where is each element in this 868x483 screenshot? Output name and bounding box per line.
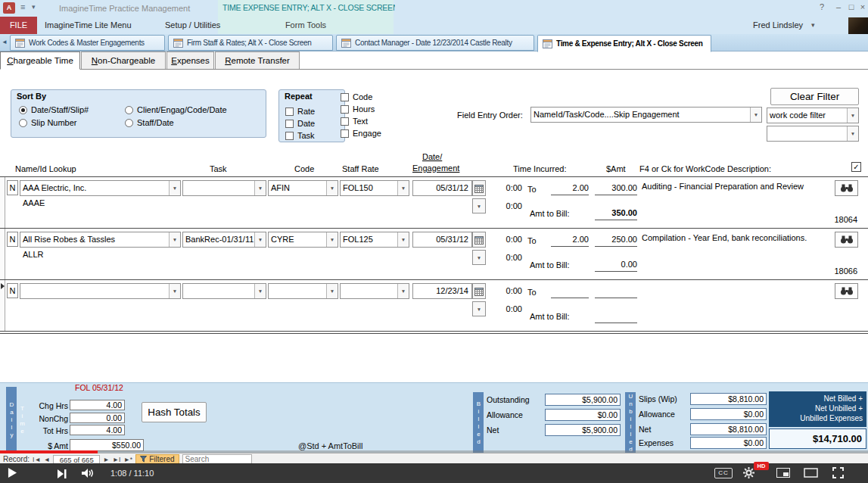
first-record-button[interactable]: I◄ xyxy=(33,456,41,463)
amount-field[interactable]: 250.00 xyxy=(595,232,637,247)
n-button[interactable]: N xyxy=(7,283,18,298)
time-second-field[interactable]: 0:00 xyxy=(488,253,522,262)
checkbox-task[interactable]: Task xyxy=(285,131,315,140)
tab-chargeable-time[interactable]: Chargeable Time xyxy=(0,51,80,70)
amt-to-bill-field[interactable]: 350.00 xyxy=(595,206,637,220)
checkbox-hours[interactable]: Hours xyxy=(341,104,375,114)
checkbox-code[interactable]: Code xyxy=(341,92,372,101)
engagement-combo-arrow[interactable]: ▼ xyxy=(472,301,486,316)
name-lookup-combo[interactable]: AAA Electric, Inc.▼ xyxy=(20,180,181,196)
help-button[interactable]: ? xyxy=(816,2,828,11)
file-tab[interactable]: FILE xyxy=(0,17,37,34)
name-lookup-combo[interactable]: ▼ xyxy=(20,283,181,299)
dropdown-arrow-icon[interactable]: ▼ xyxy=(847,108,858,123)
hours-field[interactable]: 2.00 xyxy=(551,181,589,195)
hours-field[interactable] xyxy=(551,284,589,298)
dropdown-arrow-icon[interactable]: ▼ xyxy=(397,232,409,247)
settings-gear-button[interactable] xyxy=(743,467,754,478)
user-caret-icon[interactable]: ▾ xyxy=(811,17,815,34)
fullscreen-button[interactable] xyxy=(832,467,844,478)
secondary-filter-combo[interactable]: ▼ xyxy=(767,126,859,142)
closed-captions-button[interactable]: CC xyxy=(714,468,733,478)
tab-remote-transfer[interactable]: Remote Transfer xyxy=(215,51,300,69)
field-entry-order-combo[interactable]: NameId/Task/Code....Skip Engagement ▼ xyxy=(530,107,762,123)
radio-date-staff-slip[interactable]: Date/Staff/Slip# xyxy=(19,105,89,114)
tab-time-expense-entry[interactable]: Time & Expense Entry; Alt X - Close Scre… xyxy=(537,35,711,52)
time-incurred-field[interactable]: 0:00 xyxy=(488,235,522,244)
radio-client-engag-code-date[interactable]: Client/Engag/Code/Date xyxy=(125,105,227,114)
name-lookup-combo[interactable]: All Rise Robes & Tassles▼ xyxy=(20,232,181,248)
checkbox-engage[interactable]: Engage xyxy=(341,129,381,138)
staff-rate-combo[interactable]: FOL150▼ xyxy=(340,180,409,196)
dropdown-arrow-icon[interactable]: ▼ xyxy=(326,284,338,298)
radio-staff-date[interactable]: Staff/Date xyxy=(125,118,174,127)
quick-access-menu-icon[interactable]: ≡ xyxy=(20,2,25,11)
tab-contact-manager[interactable]: Contact Manager - Date 12/23/2014 Castle… xyxy=(336,35,534,51)
amount-field[interactable]: 300.00 xyxy=(595,181,637,195)
tab-imaginetime-lite-menu[interactable]: ImagineTime Lite Menu xyxy=(45,17,132,34)
theater-mode-button[interactable] xyxy=(804,468,818,478)
code-combo[interactable]: CYRE▼ xyxy=(268,232,338,248)
task-combo[interactable]: ▼ xyxy=(182,283,266,299)
amt-to-bill-field[interactable]: 0.00 xyxy=(595,257,637,272)
dropdown-arrow-icon[interactable]: ▼ xyxy=(397,284,409,298)
dropdown-arrow-icon[interactable]: ▼ xyxy=(254,232,266,247)
tab-scroll-left-icon[interactable]: ◄ xyxy=(2,39,8,45)
engagement-combo-arrow[interactable]: ▼ xyxy=(472,198,486,213)
n-button[interactable]: N xyxy=(7,232,18,247)
time-incurred-field[interactable]: 0:00 xyxy=(488,286,522,295)
hours-field[interactable]: 2.00 xyxy=(551,232,589,247)
staff-rate-combo[interactable]: FOL125▼ xyxy=(340,232,409,248)
dropdown-arrow-icon[interactable]: ▼ xyxy=(397,181,409,195)
checkbox-text[interactable]: Text xyxy=(341,117,368,126)
new-record-button[interactable]: ►* xyxy=(123,456,132,463)
amt-to-bill-field[interactable] xyxy=(595,309,637,323)
next-video-button[interactable] xyxy=(58,469,67,478)
code-combo[interactable]: ▼ xyxy=(268,283,338,299)
clear-filter-button[interactable]: Clear Filter xyxy=(770,88,859,105)
next-record-button[interactable]: ► xyxy=(103,456,109,463)
tab-firm-staff-rates[interactable]: Firm Staff & Rates; Alt X - Close Screen xyxy=(168,35,333,51)
work-code-filter-combo[interactable]: work code filter ▼ xyxy=(767,108,859,123)
date-field[interactable]: 05/31/12 xyxy=(412,180,472,196)
dropdown-arrow-icon[interactable]: ▼ xyxy=(169,284,180,298)
dropdown-arrow-icon[interactable]: ▼ xyxy=(847,126,858,141)
record-selector[interactable] xyxy=(0,229,5,280)
workcode-description-text[interactable]: Compilation - Year End, bank reconciliat… xyxy=(642,233,819,243)
tab-expenses[interactable]: Expenses xyxy=(166,51,214,69)
tab-setup-utilities[interactable]: Setup / Utilities xyxy=(165,17,220,34)
dropdown-arrow-icon[interactable]: ▼ xyxy=(326,181,338,195)
video-progress-bar[interactable] xyxy=(0,450,98,453)
close-button[interactable]: × xyxy=(857,2,868,11)
calendar-button[interactable] xyxy=(472,180,486,196)
dropdown-arrow-icon[interactable]: ▼ xyxy=(254,284,266,298)
record-selector[interactable] xyxy=(0,177,5,229)
video-progress-track[interactable] xyxy=(0,450,868,453)
task-combo[interactable]: BankRec-01/31/11▼ xyxy=(182,232,266,248)
lookup-binoculars-button[interactable] xyxy=(835,283,858,299)
time-second-field[interactable]: 0:00 xyxy=(488,304,522,313)
lookup-binoculars-button[interactable] xyxy=(835,232,858,248)
workcode-description-checkbox[interactable]: ✓ xyxy=(851,162,861,172)
previous-record-button[interactable]: ◄ xyxy=(44,456,50,463)
play-button[interactable] xyxy=(8,467,17,478)
dropdown-arrow-icon[interactable]: ▼ xyxy=(326,232,338,247)
workcode-description-text[interactable]: Auditing - Financial Preparation and Rev… xyxy=(642,182,819,192)
dropdown-arrow-icon[interactable]: ▼ xyxy=(750,108,761,122)
engagement-combo-arrow[interactable]: ▼ xyxy=(472,250,486,265)
minimize-button[interactable]: – xyxy=(832,2,845,11)
date-field[interactable]: 12/23/14 xyxy=(412,283,472,299)
quick-access-caret-icon[interactable]: ▾ xyxy=(32,3,36,11)
dropdown-arrow-icon[interactable]: ▼ xyxy=(169,232,180,247)
time-second-field[interactable]: 0:00 xyxy=(488,201,522,210)
lookup-binoculars-button[interactable] xyxy=(835,180,858,196)
calendar-button[interactable] xyxy=(472,232,486,248)
restore-button[interactable]: □ xyxy=(845,2,857,11)
user-name[interactable]: Fred Lindsley xyxy=(753,17,803,34)
date-field[interactable]: 05/31/12 xyxy=(412,232,472,248)
dropdown-arrow-icon[interactable]: ▼ xyxy=(254,181,266,195)
last-record-button[interactable]: ►I xyxy=(113,456,121,463)
checkbox-date[interactable]: Date xyxy=(285,119,315,128)
radio-slip-number[interactable]: Slip Number xyxy=(19,118,77,127)
miniplayer-button[interactable] xyxy=(776,468,790,478)
